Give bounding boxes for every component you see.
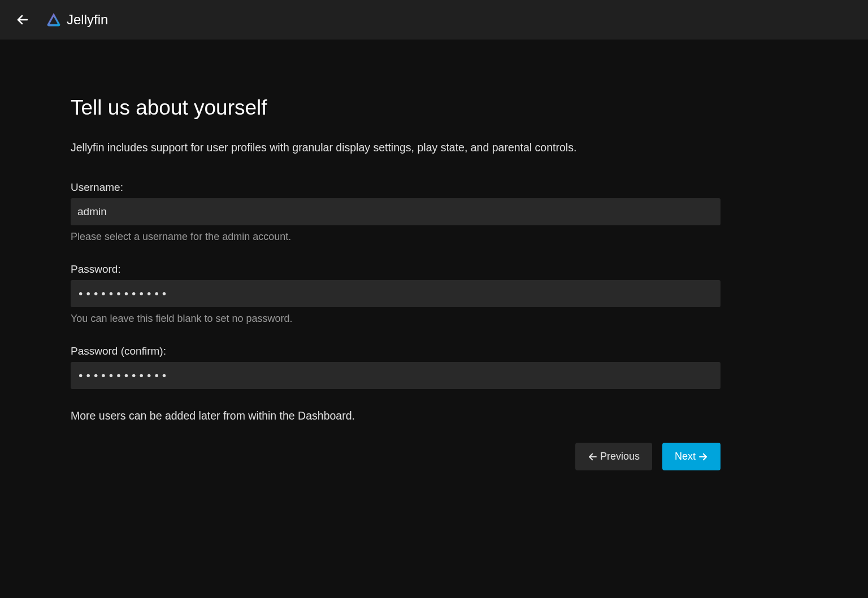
- main-content: Tell us about yourself Jellyfin includes…: [0, 40, 791, 470]
- previous-button[interactable]: Previous: [575, 443, 652, 470]
- username-label: Username:: [71, 181, 721, 194]
- previous-button-label: Previous: [600, 451, 640, 462]
- password-confirm-group: Password (confirm):: [71, 345, 721, 389]
- arrow-left-icon: [588, 452, 598, 462]
- password-group: Password: You can leave this field blank…: [71, 263, 721, 325]
- username-input[interactable]: [71, 198, 721, 225]
- page-title: Tell us about yourself: [71, 96, 721, 120]
- arrow-right-icon: [698, 452, 708, 462]
- back-button[interactable]: [11, 8, 34, 31]
- app-name: Jellyfin: [67, 12, 108, 28]
- arrow-left-icon: [16, 13, 29, 27]
- next-button-label: Next: [675, 451, 696, 462]
- logo: Jellyfin: [45, 11, 108, 28]
- jellyfin-logo-icon: [45, 11, 62, 28]
- username-group: Username: Please select a username for t…: [71, 181, 721, 243]
- app-header: Jellyfin: [0, 0, 868, 40]
- username-help: Please select a username for the admin a…: [71, 231, 721, 243]
- page-description: Jellyfin includes support for user profi…: [71, 141, 721, 154]
- next-button[interactable]: Next: [662, 443, 721, 470]
- password-confirm-input[interactable]: [71, 362, 721, 389]
- password-confirm-label: Password (confirm):: [71, 345, 721, 357]
- password-label: Password:: [71, 263, 721, 276]
- footer-note: More users can be added later from withi…: [71, 409, 721, 422]
- password-input[interactable]: [71, 280, 721, 307]
- button-row: Previous Next: [71, 443, 721, 470]
- password-help: You can leave this field blank to set no…: [71, 313, 721, 325]
